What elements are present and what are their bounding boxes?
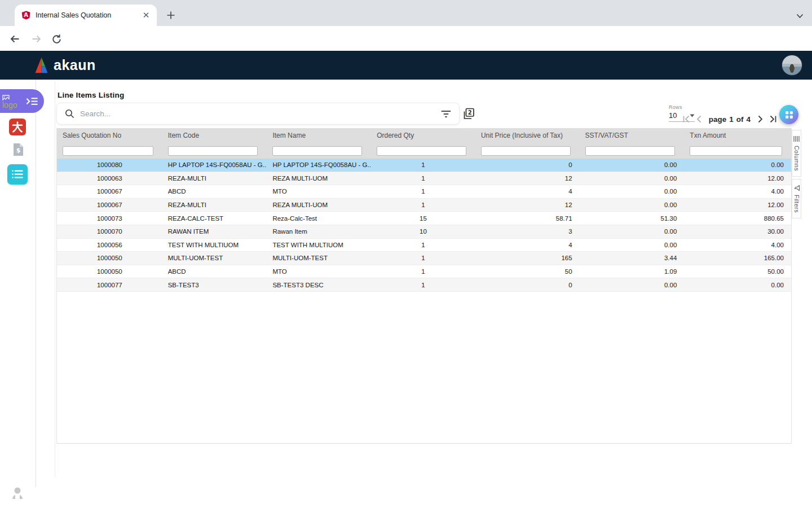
table-cell: 1000050 <box>57 268 162 275</box>
table-cell: 58.71 <box>475 215 580 222</box>
table-cell: 1000073 <box>57 215 162 222</box>
sidebar-divider <box>36 80 36 487</box>
table-cell: 4.00 <box>684 242 791 248</box>
prev-page-button[interactable] <box>695 115 703 124</box>
tab-filters[interactable]: Filters <box>792 179 801 218</box>
next-page-button[interactable] <box>756 115 765 124</box>
table-cell: 1 <box>371 255 475 261</box>
table-cell: SB-TEST3 <box>162 282 267 288</box>
column-header[interactable]: Item Code <box>162 132 267 139</box>
akaun-logo[interactable]: akaun <box>33 56 96 74</box>
table-row[interactable]: 1000070RAWAN ITEMRawan Item1030.0030.00 <box>57 225 791 239</box>
reload-button[interactable] <box>50 32 63 46</box>
column-filter-cell <box>267 143 371 159</box>
column-filter-input[interactable] <box>63 146 153 156</box>
table-cell: MULTI-UOM-TEST <box>162 255 267 261</box>
table-row[interactable]: 1000050ABCDMTO1501.0950.00 <box>57 265 791 279</box>
column-filter-input[interactable] <box>377 146 466 156</box>
table-cell: REZA-MULTI <box>162 175 267 182</box>
table-row[interactable]: 1000067ABCDMTO140.004.00 <box>57 185 791 199</box>
sidebar-item-sales-doc[interactable]: $ <box>11 142 25 157</box>
table-cell: 880.65 <box>684 215 791 222</box>
table-cell: 165.00 <box>684 255 791 261</box>
sidebar-logo-pill[interactable]: logo <box>0 89 44 113</box>
table-cell: TEST WITH MULTIUOM <box>162 242 267 248</box>
sidebar-item-line-items[interactable] <box>7 164 28 185</box>
table-cell: 1 <box>371 161 475 168</box>
table-cell: 0.00 <box>580 202 685 208</box>
content-divider <box>55 81 55 477</box>
table-cell: 1000067 <box>57 202 162 208</box>
pages-2-icon[interactable]: 2 <box>462 107 475 121</box>
back-button[interactable] <box>8 32 21 46</box>
tab-list-chevron-icon[interactable] <box>793 9 806 23</box>
table-cell: REZA-MULTI <box>162 202 267 208</box>
table-cell: Rawan Item <box>267 228 371 235</box>
first-page-icon <box>682 115 690 123</box>
table-cell: 0.00 <box>684 282 791 288</box>
rows-label: Rows <box>669 104 696 110</box>
apps-grid-fab[interactable] <box>779 105 798 124</box>
table-body: 1000080HP LAPTOP 14S-FQ0058AU - G...HP L… <box>57 159 791 292</box>
table-row[interactable]: 1000073REZA-CALC-TESTReza-Calc-Test1558.… <box>57 212 791 225</box>
table-row[interactable]: 1000067REZA-MULTIREZA MULTI-UOM1120.0012… <box>57 199 791 212</box>
user-person-icon <box>11 486 24 500</box>
expand-menu-icon[interactable] <box>26 97 38 106</box>
app-navbar: akaun <box>0 51 812 80</box>
forward-button[interactable] <box>29 32 43 46</box>
table-row[interactable]: 1000077SB-TEST3SB-TEST3 DESC100.000.00 <box>57 278 791 292</box>
table-cell: 1 <box>371 175 475 182</box>
svg-text:A: A <box>24 12 28 18</box>
column-filter-input[interactable] <box>272 146 362 156</box>
table-filter-row <box>57 143 791 159</box>
filter-list-icon[interactable] <box>441 110 451 119</box>
browser-tab[interactable]: A Internal Sales Quotation ✕ <box>15 5 157 26</box>
tab-columns[interactable]: Columns <box>792 130 801 177</box>
first-page-button[interactable] <box>682 115 691 124</box>
table-row[interactable]: 1000056TEST WITH MULTIUOMTEST WITH MULTI… <box>57 239 791 252</box>
column-filter-cell <box>162 143 267 159</box>
table-cell: 1000080 <box>57 161 162 168</box>
table-cell: REZA MULTI-UOM <box>267 202 371 208</box>
column-header[interactable]: SST/VAT/GST <box>580 132 685 139</box>
svg-text:$: $ <box>16 147 20 154</box>
close-icon[interactable]: ✕ <box>141 10 151 20</box>
rows-value: 10 <box>669 111 677 120</box>
table-cell: TEST WITH MULTIUOM <box>267 242 371 248</box>
page-title: Line Items Listing <box>58 91 124 99</box>
column-header[interactable]: Item Name <box>267 132 371 139</box>
sidebar-user-button[interactable] <box>11 486 24 500</box>
table-row[interactable]: 1000080HP LAPTOP 14S-FQ0058AU - G...HP L… <box>57 159 791 172</box>
column-filter-cell <box>684 143 791 159</box>
column-header[interactable]: Ordered Qty <box>371 132 475 139</box>
last-page-button[interactable] <box>769 115 777 124</box>
table-cell: 0.00 <box>580 228 685 235</box>
table-cell: MTO <box>267 188 371 195</box>
table-cell: 4 <box>475 242 580 248</box>
column-filter-input[interactable] <box>481 146 571 156</box>
sidebar-item-chinese-app[interactable] <box>9 119 26 135</box>
table-cell: 1 <box>371 268 475 275</box>
line-items-list-icon <box>11 169 24 179</box>
table-cell: 0.00 <box>580 161 685 168</box>
column-filter-input[interactable] <box>585 146 676 156</box>
column-header[interactable]: Sales Quotation No <box>57 132 162 139</box>
user-avatar[interactable] <box>782 55 802 76</box>
column-filter-input[interactable] <box>168 146 258 156</box>
table-cell: 1000070 <box>57 228 162 235</box>
column-filter-input[interactable] <box>690 146 782 156</box>
table-row[interactable]: 1000050MULTI-UOM-TESTMULTI-UOM-TEST11653… <box>57 252 791 265</box>
table-cell: Reza-Calc-Test <box>267 215 371 222</box>
table-cell: SB-TEST3 DESC <box>267 282 371 288</box>
search-input[interactable] <box>80 110 441 118</box>
table-cell: 51.30 <box>580 215 685 222</box>
column-header[interactable]: Txn Amount <box>684 132 791 139</box>
column-header[interactable]: Unit Price (Inclusive of Tax) <box>475 132 580 139</box>
next-page-icon <box>757 115 764 123</box>
table-cell: 50 <box>475 268 580 275</box>
new-tab-button[interactable] <box>164 8 178 23</box>
table-cell: ABCD <box>162 188 267 195</box>
last-page-icon <box>769 115 777 123</box>
sales-document-icon: $ <box>12 143 24 156</box>
table-row[interactable]: 1000063REZA-MULTIREZA MULTI-UOM1120.0012… <box>57 172 791 186</box>
